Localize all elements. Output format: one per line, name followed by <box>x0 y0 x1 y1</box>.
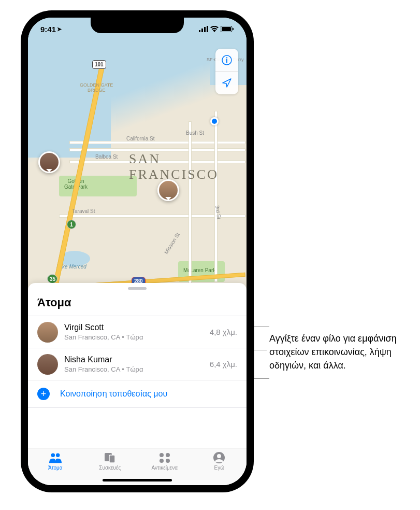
devices-icon <box>103 451 117 464</box>
svg-rect-9 <box>226 59 227 63</box>
badge-us101: 101 <box>92 60 106 69</box>
status-time: 9:41 <box>40 25 56 34</box>
svg-point-19 <box>217 454 221 458</box>
home-indicator[interactable] <box>103 479 172 481</box>
share-location-label: Κοινοποίηση τοποθεσίας μου <box>60 389 167 399</box>
avatar <box>37 354 58 375</box>
person-name: Nisha Kumar <box>64 355 210 364</box>
person-distance: 4,8 χλμ. <box>210 328 237 336</box>
items-icon <box>157 451 172 464</box>
me-icon <box>212 451 226 464</box>
svg-rect-0 <box>199 30 200 32</box>
wifi-icon <box>210 25 219 34</box>
sheet-title: Άτομα <box>28 293 247 316</box>
golden-gate-bridge-label: GOLDEN GATE BRIDGE <box>80 82 113 93</box>
tab-me[interactable]: Εγώ <box>192 448 247 485</box>
street-california: California St <box>126 136 154 141</box>
phone-frame: 9:41 ➤ Lake Merced <box>21 10 254 492</box>
street-taraval: Taraval St <box>72 208 95 214</box>
svg-rect-6 <box>233 28 234 30</box>
info-button[interactable] <box>215 49 238 72</box>
person-subtitle: San Francisco, CA • Τώρα <box>64 333 210 341</box>
list-item[interactable]: Virgil Scott San Francisco, CA • Τώρα 4,… <box>28 316 247 348</box>
street-balboa: Balboa St <box>95 154 118 160</box>
person-name: Virgil Scott <box>64 323 210 332</box>
tab-people-label: Άτομα <box>48 465 63 471</box>
list-item[interactable]: Nisha Kumar San Francisco, CA • Τώρα 6,4… <box>28 348 247 380</box>
avatar <box>37 322 58 343</box>
svg-rect-3 <box>207 26 208 32</box>
person-subtitle: San Francisco, CA • Τώρα <box>64 365 210 373</box>
tab-items-label: Αντικείμενα <box>152 465 178 471</box>
location-arrow-icon: ➤ <box>57 26 62 33</box>
tab-people[interactable]: Άτομα <box>28 448 83 485</box>
sheet-grabber[interactable] <box>128 287 147 290</box>
svg-point-17 <box>166 459 170 463</box>
map-pin-nisha[interactable] <box>38 151 60 173</box>
phone-screen: 9:41 ➤ Lake Merced <box>28 18 247 485</box>
signal-icon <box>199 25 208 34</box>
badge-ca1: 1 <box>67 220 76 229</box>
callout-text: Αγγίξτε έναν φίλο για εμφάνιση στοιχείων… <box>269 332 409 372</box>
svg-point-16 <box>160 459 164 463</box>
people-list: Virgil Scott San Francisco, CA • Τώρα 4,… <box>28 316 247 448</box>
share-location-button[interactable]: + Κοινοποίηση τοποθεσίας μου <box>28 380 247 408</box>
tab-me-label: Εγώ <box>214 465 224 471</box>
plus-icon: + <box>37 388 50 400</box>
svg-point-15 <box>166 453 170 457</box>
street-third: 3rd St <box>214 205 222 220</box>
map-view[interactable]: Lake Merced Golden Gate Park McLaren Par… <box>28 18 247 305</box>
svg-point-8 <box>226 57 227 58</box>
map-controls <box>215 49 238 94</box>
svg-rect-5 <box>222 27 231 31</box>
svg-rect-1 <box>201 29 203 32</box>
my-location-dot[interactable] <box>210 117 219 125</box>
badge-ca35: 35 <box>47 274 57 284</box>
svg-rect-13 <box>109 455 115 463</box>
svg-point-10 <box>51 454 54 457</box>
svg-point-14 <box>160 453 164 457</box>
svg-point-11 <box>56 454 60 457</box>
bottom-sheet: Άτομα Virgil Scott San Francisco, CA • Τ… <box>28 283 247 485</box>
map-pin-virgil[interactable] <box>157 179 179 201</box>
locate-button[interactable] <box>215 72 238 94</box>
street-bush: Bush St <box>186 130 204 136</box>
battery-icon <box>221 25 234 34</box>
tab-devices-label: Συσκευές <box>99 465 121 471</box>
people-icon <box>48 451 63 464</box>
svg-rect-2 <box>204 27 206 32</box>
street-mission: Mission St <box>163 232 181 255</box>
city-label: San Francisco <box>129 151 247 182</box>
person-distance: 6,4 χλμ. <box>210 360 237 369</box>
notch <box>91 18 184 33</box>
